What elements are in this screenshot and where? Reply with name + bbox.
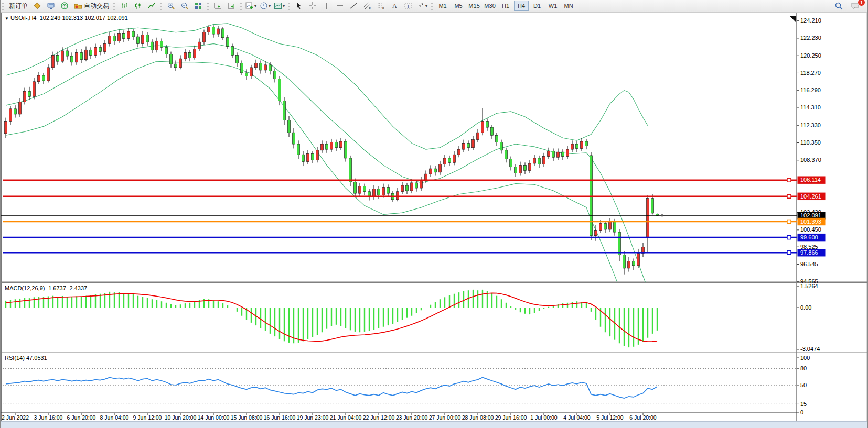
timeframe-w1[interactable]: W1	[545, 1, 560, 11]
cursor-icon[interactable]	[292, 0, 306, 12]
candle	[434, 169, 437, 172]
macd-label[interactable]: MACD(12,26,9) -1.6737 -2.4337	[5, 285, 87, 291]
horizontal-line-icon[interactable]	[333, 0, 347, 12]
vertical-line-icon[interactable]	[319, 0, 333, 12]
toolbar-grip[interactable]	[160, 2, 162, 10]
candle	[260, 63, 262, 70]
rsi-tick-label: 50	[800, 382, 807, 388]
candle	[533, 158, 536, 163]
tile-windows-icon[interactable]	[191, 0, 205, 12]
svg-text:A: A	[392, 2, 397, 9]
indicators-icon[interactable]: ▾	[244, 0, 258, 12]
rsi-tick-label: 15	[800, 401, 807, 407]
fibonacci-icon[interactable]: F	[374, 0, 388, 12]
candle	[118, 33, 121, 41]
candle	[425, 174, 427, 180]
line-handle[interactable]	[787, 251, 791, 255]
ohlc-values: 102.249 102.313 102.017 102.091	[40, 15, 128, 21]
crosshair-icon[interactable]	[306, 0, 319, 12]
candle	[47, 68, 50, 81]
chevron-down-icon: ▾	[283, 4, 285, 8]
candlestick-icon[interactable]	[131, 0, 145, 12]
candle	[401, 185, 404, 192]
candle	[316, 150, 319, 160]
search-icon[interactable]	[832, 0, 845, 12]
timeframe-h4[interactable]: H4	[514, 1, 529, 11]
bar-chart-icon[interactable]	[117, 0, 131, 12]
candle	[552, 151, 555, 157]
templates-icon[interactable]: ▾	[272, 0, 286, 12]
timeframe-h1[interactable]: H1	[498, 1, 513, 11]
toolbar-grip[interactable]	[288, 2, 290, 10]
candle	[142, 35, 144, 44]
chat-icon[interactable]: 1	[849, 0, 862, 12]
candle	[481, 121, 484, 133]
candle	[274, 71, 276, 79]
scroll-group	[211, 0, 238, 12]
arrows-icon[interactable]: ▾	[415, 0, 429, 12]
zoom-in-icon[interactable]	[164, 0, 178, 12]
candle	[585, 141, 588, 146]
candle	[500, 142, 503, 150]
candle	[538, 158, 541, 164]
line-chart-icon[interactable]	[145, 0, 158, 12]
auto-scroll-icon[interactable]	[211, 0, 224, 12]
toolbar-grip[interactable]	[240, 2, 242, 10]
periods-icon[interactable]: ▾	[258, 0, 272, 12]
timeframe-m30[interactable]: M30	[483, 1, 497, 11]
toolbar-grip[interactable]	[2, 2, 4, 10]
chart-canvas[interactable]: 124.210122.230120.250118.270116.290114.3…	[1, 0, 868, 428]
svg-text:F: F	[382, 7, 384, 10]
candle	[52, 55, 55, 68]
quotes-icon[interactable]	[30, 0, 44, 12]
candle	[236, 55, 239, 63]
timeframe-m5[interactable]: M5	[451, 1, 466, 11]
candle	[387, 187, 390, 193]
market-watch-icon[interactable]	[44, 0, 58, 12]
candle	[203, 32, 206, 42]
candle	[529, 163, 531, 170]
chart-background	[1, 12, 868, 422]
text-label-icon[interactable]: T	[401, 0, 415, 12]
timeframe-m1[interactable]: M1	[435, 1, 450, 11]
candle	[345, 141, 347, 158]
timeframe-mn[interactable]: MN	[561, 1, 576, 11]
candle	[599, 223, 602, 230]
autotrade-label: 自动交易	[84, 2, 109, 10]
zoom-out-icon[interactable]	[178, 0, 191, 12]
candle	[307, 154, 309, 162]
candle	[109, 36, 111, 43]
toolbar-grip[interactable]	[207, 2, 209, 10]
new-order-button[interactable]: 新订单	[6, 0, 30, 12]
candle	[288, 120, 291, 133]
autotrade-button[interactable]: 自动交易	[71, 0, 112, 12]
toolbar-grip[interactable]	[113, 2, 115, 10]
candle	[245, 73, 248, 76]
candle	[590, 156, 593, 236]
line-handle[interactable]	[787, 220, 791, 223]
line-handle[interactable]	[787, 178, 791, 182]
line-handle[interactable]	[787, 194, 791, 198]
rsi-tick-label: 100	[800, 355, 810, 361]
candle	[90, 50, 92, 55]
last-price-marker	[661, 214, 663, 216]
collapse-indicators-icon[interactable]: ▼	[5, 16, 9, 21]
timeframe-m15[interactable]: M15	[467, 1, 481, 11]
equidistant-channel-icon[interactable]: E	[360, 0, 374, 12]
candle	[269, 65, 272, 71]
toolbar-grip[interactable]	[431, 2, 433, 10]
timeframe-group: M1M5M15M30H1H4D1W1MN	[435, 0, 576, 12]
chart-title[interactable]: ▼ USOil-,H4 102.249 102.313 102.017 102.…	[5, 15, 128, 21]
text-icon[interactable]: A	[388, 0, 401, 12]
timeframe-d1[interactable]: D1	[530, 1, 544, 11]
signal-icon[interactable]	[58, 0, 71, 12]
trendline-icon[interactable]	[347, 0, 360, 12]
price-tick-label: 116.290	[800, 87, 821, 93]
rsi-label[interactable]: RSI(14) 47.0531	[5, 355, 47, 361]
chevron-down-icon: ▾	[425, 4, 427, 8]
time-tick-label: 16 Jun 16:00	[264, 414, 296, 421]
chart-shift-icon[interactable]	[224, 0, 238, 12]
line-handle[interactable]	[787, 236, 791, 239]
price-tick-label: 114.310	[800, 104, 821, 111]
candle	[566, 149, 569, 156]
